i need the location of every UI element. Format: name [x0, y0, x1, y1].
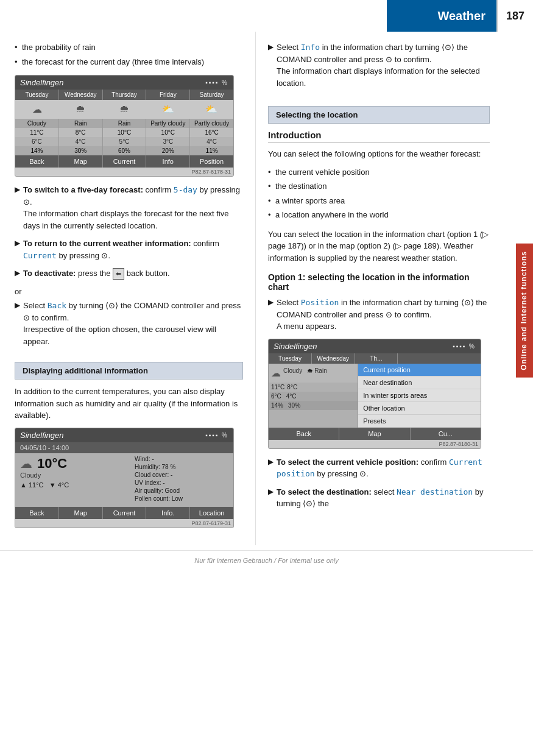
weather-icon-3: ⛅ [146, 100, 190, 119]
intro-para: You can select the location in the infor… [268, 228, 490, 264]
cond-2: Rain [103, 119, 147, 128]
instruction-position-text: Select Position in the information chart… [277, 297, 490, 333]
footer-btn-position-1[interactable]: Position [190, 155, 233, 168]
cond-4: Partly cloudy [190, 119, 233, 128]
footer-btn-info-1[interactable]: Info [146, 155, 190, 168]
page-header: Weather 187 [0, 0, 533, 32]
screen3-caption: P82.87-8180-31 [269, 440, 481, 448]
section-display-header: Displaying additional information [15, 362, 243, 380]
pct-3: 20% [146, 146, 190, 155]
instruction-dest-text: To select the destination: select Near d… [277, 486, 490, 510]
lo-4: 4°C [190, 137, 233, 146]
screen1-lowtemp-row: 6°C 4°C 5°C 3°C 4°C [15, 137, 233, 146]
pct-0: 14% [15, 146, 59, 155]
footer2-btn-back[interactable]: Back [15, 507, 59, 519]
screen2-main-row: ☁ 10°C Cloudy ▲ 11°C ▼ 4°C Wind: - Humid… [20, 456, 228, 503]
lo-3: 3°C [146, 137, 190, 146]
intro-bullet-list: the probability of rain the forecast for… [15, 41, 243, 68]
screen1-icons: ▪▪▪▪ % [205, 79, 228, 86]
display-info-text: In addition to the current temperatures,… [15, 386, 243, 422]
bullet-item-rain: the probability of rain [15, 41, 243, 54]
footer2-btn-info[interactable]: Info. [146, 507, 190, 519]
cond-3: Partly cloudy [146, 119, 190, 128]
screen3-day-menu [398, 353, 481, 364]
arrow-icon-8: ▶ [268, 486, 274, 510]
instruction-current-text: To select the current vehicle position: … [277, 456, 490, 480]
hi-3: 10°C [146, 128, 190, 137]
footer3-btn-current[interactable]: Cu... [411, 428, 481, 440]
instruction-select-info: ▶ Select Info in the information chart b… [268, 41, 490, 89]
instruction-destination: ▶ To select the destination: select Near… [268, 486, 490, 510]
cond-1: Rain [59, 119, 103, 128]
page-number: 187 [496, 0, 533, 32]
arrow-icon-6: ▶ [268, 297, 274, 333]
menu-item-near-dest[interactable]: Near destination [358, 376, 481, 389]
hi-0: 11°C [15, 128, 59, 137]
screen3-cond-1: Rain [314, 367, 327, 379]
footer3-btn-map[interactable]: Map [339, 428, 410, 440]
day-2: Thursday [103, 90, 147, 100]
screen2-temp-side: ☁ 10°C Cloudy ▲ 11°C ▼ 4°C [20, 456, 135, 489]
screen2-footer: Back Map Current Info. Location [15, 507, 233, 519]
right-column: ▶ Select Info in the information chart b… [256, 32, 512, 545]
screen3-rain-icon: 🌧 [307, 367, 313, 379]
intro-bullet-2: a winter sports area [268, 195, 490, 207]
screen3-header: Sindelfingen ▪▪▪▪ % [269, 339, 481, 353]
lo-0: 6°C [15, 137, 59, 146]
screen3-menu-side: Current position Near destination In win… [358, 364, 481, 428]
footer-btn-current-1[interactable]: Current [103, 155, 147, 168]
screen1-title: Sindelfingen [20, 78, 64, 87]
menu-item-presets[interactable]: Presets [358, 415, 481, 428]
footer-btn-map-1[interactable]: Map [59, 155, 103, 168]
sidebar-tab: Online and Internet functions [516, 244, 533, 378]
day-3: Friday [146, 90, 190, 100]
screen1-hightemp-row: 11°C 8°C 10°C 10°C 16°C [15, 128, 233, 137]
menu-item-other-loc[interactable]: Other location [358, 402, 481, 415]
screen2-info-body: ☁ 10°C Cloudy ▲ 11°C ▼ 4°C Wind: - Humid… [15, 453, 233, 507]
instruction-return-current: ▶ To return to the current weather infor… [15, 238, 243, 261]
arrow-icon-7: ▶ [268, 456, 274, 480]
weather-icon-4: ⛅ [189, 100, 233, 119]
menu-item-winter-sports[interactable]: In winter sports areas [358, 389, 481, 402]
arrow-icon-2: ▶ [15, 238, 20, 261]
header-title: Weather [387, 0, 496, 32]
screen3-day-2: Th... [355, 353, 398, 364]
screen3-days-row: Tuesday Wednesday Th... [269, 353, 481, 364]
screen-forecast-1: Sindelfingen ▪▪▪▪ % Tuesday Wednesday Th… [15, 75, 234, 177]
screen2-hilo: ▲ 11°C ▼ 4°C [20, 481, 135, 489]
bullet-item-forecast: the forecast for the current day (three … [15, 56, 243, 68]
instruction-deactivate-text: To deactivate: press the ⬅ back button. [23, 267, 170, 280]
footer-btn-back-1[interactable]: Back [15, 155, 59, 168]
menu-item-current-pos[interactable]: Current position [358, 364, 481, 376]
day-4: Saturday [190, 90, 233, 100]
lo-2: 5°C [103, 137, 147, 146]
pct-1: 30% [59, 146, 103, 155]
screen3-left-side: ☁ Cloudy 🌧 Rain 11°C 8°C 6° [269, 364, 358, 428]
footer2-btn-current[interactable]: Current [103, 507, 147, 519]
screen2-header: Sindelfingen ▪▪▪▪ % [15, 428, 233, 442]
day-0: Tuesday [15, 90, 59, 100]
screen3-lo-temps: 6°C 4°C [269, 392, 358, 401]
instruction-return-text: To return to the current weather informa… [23, 238, 243, 261]
day-1: Wednesday [59, 90, 103, 100]
intro-bullet-list-right: the current vehicle position the destina… [268, 166, 490, 221]
weather-icon-0: ☁ [15, 100, 59, 119]
instruction-back-select: ▶ Select Back by turning ⟨⊙⟩ the COMAND … [15, 300, 243, 347]
screen2-details-side: Wind: - Humidity: 78 % Cloud cover: - UV… [135, 456, 228, 503]
hi-4: 16°C [190, 128, 233, 137]
footer3-btn-back[interactable]: Back [269, 428, 339, 440]
footer2-btn-location[interactable]: Location [190, 507, 233, 519]
arrow-icon-1: ▶ [15, 184, 20, 231]
intro-bullet-1: the destination [268, 180, 490, 193]
arrow-icon-5: ▶ [268, 41, 274, 89]
screen1-footer: Back Map Current Info Position [15, 155, 233, 168]
intro-heading: Introduction [268, 130, 490, 143]
section-location-header: Selecting the location [268, 106, 490, 124]
screen-forecast-2: Sindelfingen ▪▪▪▪ % 04/05/10 - 14:00 ☁ 1… [15, 428, 234, 528]
screen3-footer: Back Map Cu... [269, 428, 481, 440]
hi-1: 8°C [59, 128, 103, 137]
screen2-datetime: 04/05/10 - 14:00 [15, 442, 233, 453]
screen3-day-1: Wednesday [312, 353, 355, 364]
footer2-btn-map[interactable]: Map [59, 507, 103, 519]
instruction-current-vehicle: ▶ To select the current vehicle position… [268, 456, 490, 480]
